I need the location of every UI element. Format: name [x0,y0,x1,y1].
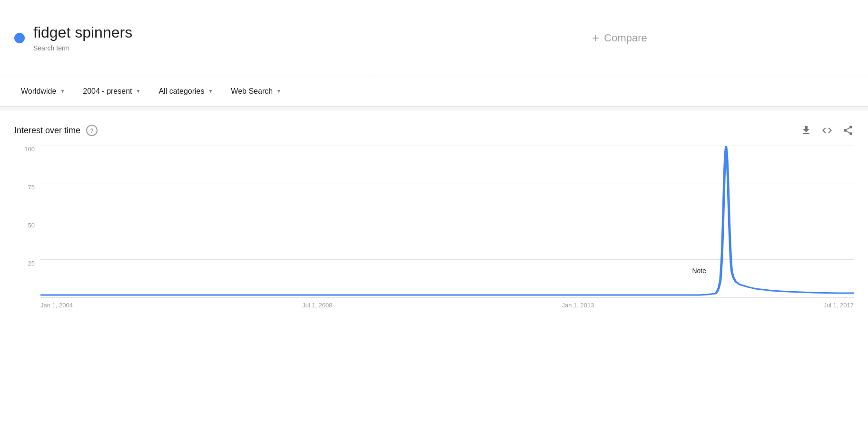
chart-title: Interest over time [14,126,80,136]
filters-section: Worldwide ▼ 2004 - present ▼ All categor… [0,76,868,107]
category-dropdown-arrow: ▼ [208,89,213,94]
info-icon[interactable]: ? [86,125,98,136]
category-filter[interactable]: All categories ▼ [152,83,219,99]
share-icon [842,125,854,136]
chart-title-area: Interest over time ? [14,125,98,136]
x-label-2017: Jul 1, 2017 [823,302,854,309]
region-label: Worldwide [21,87,56,96]
compare-button[interactable]: + Compare [371,0,868,76]
header-section: fidget spinners Search term + Compare [0,0,868,76]
compare-plus-icon: + [592,30,599,45]
download-icon [800,125,812,136]
chart-actions [800,125,854,136]
share-button[interactable] [842,125,854,136]
y-label-100: 100 [14,146,40,153]
y-label-50: 50 [14,222,40,229]
x-axis: Jan 1, 2004 Jul 1, 2008 Jan 1, 2013 Jul … [40,298,854,317]
time-range-filter[interactable]: 2004 - present ▼ [76,83,147,99]
compare-label: Compare [604,32,647,44]
divider-bar [0,107,868,110]
chart-header: Interest over time ? [14,125,854,136]
search-term-text: fidget spinners Search term [33,24,132,52]
x-label-2013: Jan 1, 2013 [562,302,594,309]
trend-line-svg [40,146,854,297]
search-type-dropdown-arrow: ▼ [276,89,281,94]
region-dropdown-arrow: ▼ [60,89,65,94]
chart-grid: 100 75 50 25 Note [14,146,854,317]
time-range-dropdown-arrow: ▼ [136,89,141,94]
category-label: All categories [158,87,204,96]
search-term-label: Search term [33,44,132,52]
search-type-filter[interactable]: Web Search ▼ [224,83,288,99]
time-range-label: 2004 - present [83,87,132,96]
embed-button[interactable] [821,125,833,136]
x-label-2008: Jul 1, 2008 [302,302,333,309]
download-button[interactable] [800,125,812,136]
chart-plot-area: Note [40,146,854,298]
search-term-title: fidget spinners [33,24,132,41]
embed-icon [821,125,833,136]
y-label-25: 25 [14,260,40,267]
chart-section: Interest over time ? [0,110,868,317]
search-type-label: Web Search [231,87,273,96]
search-term-area: fidget spinners Search term [0,0,371,76]
x-label-2004: Jan 1, 2004 [40,302,73,309]
chart-container: 100 75 50 25 Note [14,146,854,317]
y-label-75: 75 [14,184,40,191]
region-filter[interactable]: Worldwide ▼ [14,83,71,99]
search-term-dot [14,33,25,43]
y-axis: 100 75 50 25 [14,146,40,298]
